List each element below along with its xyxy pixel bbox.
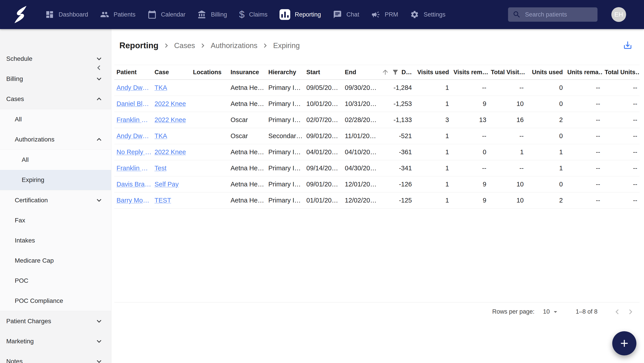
cell-patient[interactable]: No Reply … bbox=[114, 148, 152, 156]
patient-link[interactable]: No Reply bbox=[116, 148, 145, 156]
case-link[interactable]: TEST bbox=[154, 197, 171, 204]
cell-patient[interactable]: Davis Bra… bbox=[114, 181, 152, 188]
sidebar-item-notes[interactable]: Notes bbox=[0, 351, 111, 363]
next-page-button[interactable] bbox=[624, 305, 637, 319]
app-logo[interactable] bbox=[13, 5, 29, 24]
patient-link[interactable]: Franklin bbox=[116, 116, 141, 123]
nav-label: Chat bbox=[346, 11, 359, 18]
cell-hierarchy: Primary I… bbox=[266, 165, 304, 172]
col-header-locations[interactable]: Locations bbox=[191, 69, 228, 76]
col-header-hierarchy[interactable]: Hierarchy bbox=[266, 69, 304, 76]
col-header-insurance[interactable]: Insurance bbox=[228, 69, 266, 76]
link-ellipsis: … bbox=[142, 100, 149, 107]
previous-page-button[interactable] bbox=[610, 305, 624, 319]
breadcrumb-link-expiring[interactable]: Expiring bbox=[273, 41, 300, 50]
nav-item-calendar[interactable]: Calendar bbox=[148, 10, 186, 19]
cell-patient[interactable]: Daniel Bl… bbox=[114, 100, 152, 107]
case-link[interactable]: 2022 Knee bbox=[154, 148, 186, 156]
nav-item-chat[interactable]: Chat bbox=[333, 10, 359, 19]
cell-insurance: Aetna He… bbox=[228, 100, 266, 107]
patient-link[interactable]: Daniel Bl bbox=[116, 100, 142, 107]
nav-item-patients[interactable]: Patients bbox=[100, 10, 136, 19]
sidebar-item-label: Intakes bbox=[15, 237, 35, 244]
patient-link[interactable]: Andy Dw bbox=[116, 132, 142, 139]
case-link[interactable]: Test bbox=[154, 165, 166, 172]
cell-visits_used: 3 bbox=[414, 116, 451, 124]
nav-item-prm[interactable]: PRM bbox=[371, 10, 398, 19]
sidebar-item-cases[interactable]: Cases bbox=[0, 89, 111, 109]
col-header-visits_used[interactable]: Visits used bbox=[414, 69, 451, 76]
cell-patient[interactable]: Franklin … bbox=[114, 165, 152, 172]
sidebar-item-poc[interactable]: POC bbox=[0, 271, 111, 291]
patient-search[interactable] bbox=[508, 7, 598, 22]
cell-case[interactable]: 2022 Knee bbox=[152, 116, 191, 124]
cell-case[interactable]: TKA bbox=[152, 132, 191, 140]
sidebar-item-all[interactable]: All bbox=[0, 150, 111, 170]
case-link[interactable]: 2022 Knee bbox=[154, 116, 186, 123]
col-header-units_used[interactable]: Units used bbox=[526, 69, 565, 76]
nav-item-settings[interactable]: Settings bbox=[410, 10, 446, 19]
cell-case[interactable]: TKA bbox=[152, 84, 191, 91]
cell-total_units: -- bbox=[602, 100, 640, 107]
case-link[interactable]: 2022 Knee bbox=[154, 100, 186, 107]
case-link[interactable]: Self Pay bbox=[154, 181, 179, 188]
nav-item-claims[interactable]: $Claims bbox=[239, 9, 268, 19]
sidebar-item-all[interactable]: All bbox=[0, 109, 111, 129]
patient-link[interactable]: Franklin bbox=[116, 165, 141, 172]
cell-case[interactable]: Test bbox=[152, 165, 191, 172]
download-button[interactable] bbox=[623, 40, 632, 51]
link-ellipsis: … bbox=[145, 181, 151, 188]
sidebar-item-marketing[interactable]: Marketing bbox=[0, 331, 111, 351]
col-header-days[interactable]: D… bbox=[378, 68, 414, 76]
sidebar-item-intakes[interactable]: Intakes bbox=[0, 230, 111, 251]
col-header-visits_rem[interactable]: Visits rem… bbox=[451, 69, 488, 76]
nav-item-billing[interactable]: Billing bbox=[198, 10, 227, 19]
patient-link[interactable]: Davis Bra bbox=[116, 181, 145, 188]
add-button[interactable] bbox=[612, 331, 636, 356]
col-header-case[interactable]: Case bbox=[152, 69, 191, 76]
sidebar-item-poc-compliance[interactable]: POC Compliance bbox=[0, 291, 111, 311]
search-input[interactable] bbox=[524, 11, 593, 18]
sidebar-item-label: Fax bbox=[15, 217, 25, 224]
cell-case[interactable]: 2022 Knee bbox=[152, 100, 191, 107]
claims-icon: $ bbox=[239, 9, 244, 19]
col-header-end[interactable]: End bbox=[342, 69, 378, 76]
cell-start: 10/01/20… bbox=[304, 100, 342, 107]
patient-link[interactable]: Barry Mo bbox=[116, 197, 143, 204]
col-header-patient[interactable]: Patient bbox=[114, 69, 152, 76]
user-avatar[interactable]: EH bbox=[611, 7, 626, 22]
col-header-start[interactable]: Start bbox=[304, 69, 342, 76]
case-link[interactable]: TKA bbox=[154, 84, 167, 91]
chevron-left-icon bbox=[612, 307, 622, 317]
table-row: Davis Bra…Self PayAetna He…Primary I…09/… bbox=[114, 176, 640, 192]
col-header-units_rem[interactable]: Units rema… bbox=[565, 69, 602, 76]
cell-patient[interactable]: Andy Dw… bbox=[114, 132, 152, 140]
cell-patient[interactable]: Franklin … bbox=[114, 116, 152, 124]
breadcrumb-link-authorizations[interactable]: Authorizations bbox=[211, 41, 258, 50]
sidebar-item-expiring[interactable]: Expiring bbox=[0, 170, 111, 190]
nav-item-reporting[interactable]: Reporting bbox=[280, 9, 321, 20]
calendar-icon bbox=[148, 10, 156, 19]
sidebar-item-certification[interactable]: Certification bbox=[0, 190, 111, 210]
cell-patient[interactable]: Andy Dw… bbox=[114, 84, 152, 91]
sidebar-item-authorizations[interactable]: Authorizations bbox=[0, 129, 111, 150]
sidebar-item-fax[interactable]: Fax bbox=[0, 210, 111, 230]
cell-case[interactable]: TEST bbox=[152, 197, 191, 204]
cell-case[interactable]: Self Pay bbox=[152, 181, 191, 188]
cell-patient[interactable]: Barry Mo… bbox=[114, 197, 152, 204]
cell-units_rem: -- bbox=[565, 84, 602, 91]
col-header-total_units[interactable]: Total Units… bbox=[602, 69, 640, 76]
nav-label: PRM bbox=[384, 11, 398, 18]
case-link[interactable]: TKA bbox=[154, 132, 167, 139]
sidebar-collapse-button[interactable] bbox=[94, 63, 104, 73]
sidebar-item-medicare-cap[interactable]: Medicare Cap bbox=[0, 251, 111, 271]
sidebar-item-patient-charges[interactable]: Patient Charges bbox=[0, 311, 111, 331]
nav-item-dashboard[interactable]: Dashboard bbox=[45, 10, 88, 19]
cell-case[interactable]: 2022 Knee bbox=[152, 148, 191, 156]
table-header-row: PatientCaseLocationsInsuranceHierarchySt… bbox=[114, 65, 640, 80]
breadcrumb-link-cases[interactable]: Cases bbox=[174, 41, 195, 50]
rows-per-page-select[interactable]: 10 bbox=[543, 308, 560, 316]
col-header-total_visits[interactable]: Total Visit… bbox=[488, 69, 526, 76]
cell-units_used: 2 bbox=[526, 197, 565, 204]
patient-link[interactable]: Andy Dw bbox=[116, 84, 142, 91]
